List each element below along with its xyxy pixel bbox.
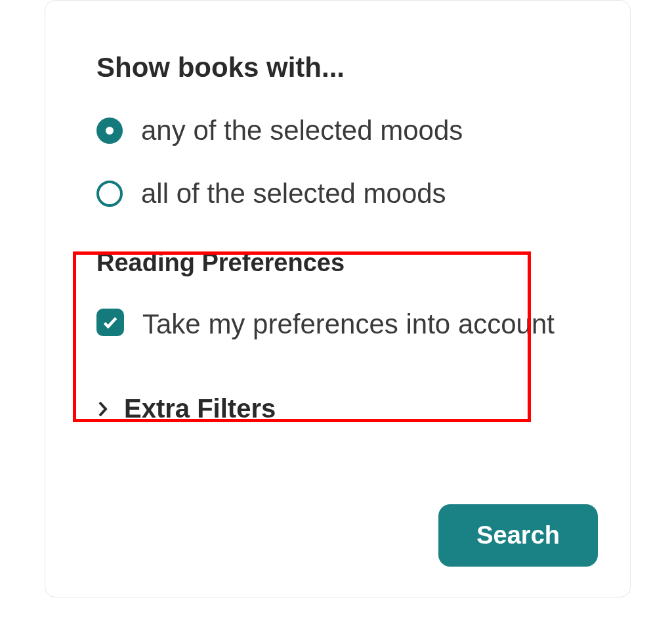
radio-label-any: any of the selected moods <box>141 115 463 146</box>
filter-card: Show books with... any of the selected m… <box>45 0 631 597</box>
radio-label-all: all of the selected moods <box>141 178 446 209</box>
checkbox-label: Take my preferences into account <box>142 303 555 345</box>
checkbox-checked-icon <box>96 309 124 336</box>
extra-filters-label: Extra Filters <box>124 394 276 423</box>
mood-match-any-option[interactable]: any of the selected moods <box>96 115 579 146</box>
mood-match-radio-group: any of the selected moods all of the sel… <box>96 115 579 209</box>
extra-filters-toggle[interactable]: Extra Filters <box>96 394 579 423</box>
reading-preferences-title: Reading Preferences <box>96 249 579 277</box>
mood-match-all-option[interactable]: all of the selected moods <box>96 178 579 209</box>
moods-section-title: Show books with... <box>96 52 579 83</box>
radio-selected-icon <box>96 118 123 144</box>
chevron-right-icon <box>96 400 110 418</box>
search-button[interactable]: Search <box>438 504 598 567</box>
take-preferences-checkbox[interactable]: Take my preferences into account <box>96 303 579 345</box>
radio-unselected-icon <box>96 181 123 207</box>
reading-preferences-section: Reading Preferences Take my preferences … <box>96 249 579 345</box>
